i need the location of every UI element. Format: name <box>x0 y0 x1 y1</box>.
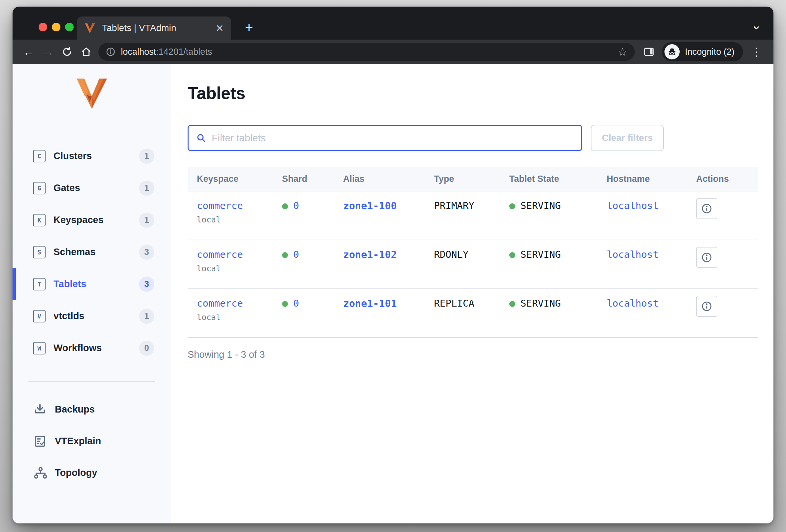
table-header-row: Keyspace Shard Alias Type Tablet State H… <box>188 167 758 191</box>
shard-link[interactable]: 0 <box>293 249 299 260</box>
reload-icon[interactable] <box>57 42 77 62</box>
clusters-icon: C <box>33 150 46 162</box>
count-badge: 3 <box>139 276 154 292</box>
tablet-state: SERVING <box>521 249 561 260</box>
sidebar-nav: C Clusters 1 G Gates 1 K Keyspaces 1 S S… <box>13 140 171 364</box>
sidebar-item-label: VTExplain <box>55 436 154 446</box>
sidebar-item-keyspaces[interactable]: K Keyspaces 1 <box>13 204 171 236</box>
sidebar-item-label: Backups <box>55 404 154 415</box>
tablet-type: RDONLY <box>434 249 469 260</box>
keyspace-link[interactable]: commerce <box>197 200 243 211</box>
search-icon <box>196 133 206 143</box>
forward-icon[interactable]: → <box>38 42 57 62</box>
home-icon[interactable] <box>77 42 96 62</box>
state-status-dot <box>509 203 515 209</box>
column-header-hostname: Hostname <box>597 167 687 191</box>
filter-tablets-input[interactable] <box>212 132 574 144</box>
url-path: :14201/tablets <box>156 47 212 57</box>
sidebar-item-backups[interactable]: Backups <box>13 394 171 426</box>
tablets-icon: T <box>33 278 46 290</box>
shard-status-dot <box>282 252 288 258</box>
new-tab-button[interactable]: + <box>240 20 258 37</box>
sidebar-item-schemas[interactable]: S Schemas 3 <box>13 236 171 268</box>
browser-toolbar: ← → localhost:14201/tablets ☆ <box>13 40 773 64</box>
url-text: localhost:14201/tablets <box>121 47 615 57</box>
minimize-window-button[interactable] <box>52 23 61 31</box>
close-window-button[interactable] <box>39 23 47 31</box>
sidebar-item-label: vtctlds <box>53 311 139 321</box>
download-icon <box>33 403 47 416</box>
tab-strip: Tablets | VTAdmin ✕ + ⌄ <box>13 7 773 40</box>
column-header-actions: Actions <box>687 167 758 191</box>
sidebar-item-clusters[interactable]: C Clusters 1 <box>13 140 171 172</box>
gates-icon: G <box>33 182 46 194</box>
sidebar-item-vtexplain[interactable]: VTExplain <box>13 426 171 457</box>
back-icon[interactable]: ← <box>19 42 38 62</box>
shard-link[interactable]: 0 <box>293 298 299 309</box>
vitess-favicon-icon <box>84 22 95 34</box>
side-panel-icon[interactable] <box>639 42 658 62</box>
tablet-state: SERVING <box>521 200 561 211</box>
count-badge: 0 <box>139 341 154 356</box>
browser-window: Tablets | VTAdmin ✕ + ⌄ ← → <box>13 7 773 524</box>
sidebar-item-vtctlds[interactable]: V vtctlds 1 <box>13 300 171 332</box>
incognito-badge[interactable]: Incognito (2) <box>662 42 743 62</box>
main-content: Tablets Clear filters Keyspace Shard Ali… <box>171 64 773 524</box>
tab-search-chevron-icon[interactable]: ⌄ <box>751 18 762 32</box>
hostname-link[interactable]: localhost <box>607 200 658 211</box>
sidebar-item-tablets[interactable]: T Tablets 3 <box>13 268 171 300</box>
tablet-type: PRIMARY <box>434 200 474 211</box>
sidebar-item-label: Schemas <box>53 246 139 258</box>
tablets-table: Keyspace Shard Alias Type Tablet State H… <box>188 167 758 338</box>
keyspaces-icon: K <box>33 214 46 226</box>
info-icon <box>701 251 713 263</box>
column-header-alias: Alias <box>334 167 425 191</box>
row-actions-button[interactable] <box>696 198 717 219</box>
browser-tab[interactable]: Tablets | VTAdmin ✕ <box>77 17 231 40</box>
cluster-label: local <box>197 313 273 322</box>
url-host: localhost <box>121 47 156 57</box>
alias-link[interactable]: zone1-102 <box>343 249 397 260</box>
count-badge: 3 <box>139 245 154 260</box>
tablet-type: REPLICA <box>434 298 474 309</box>
sidebar: C Clusters 1 G Gates 1 K Keyspaces 1 S S… <box>13 64 171 524</box>
tab-close-icon[interactable]: ✕ <box>216 22 224 34</box>
alias-link[interactable]: zone1-100 <box>343 200 397 212</box>
clear-filters-button[interactable]: Clear filters <box>591 125 664 151</box>
sidebar-item-gates[interactable]: G Gates 1 <box>13 172 171 204</box>
url-bar[interactable]: localhost:14201/tablets ☆ <box>98 43 635 61</box>
table-row: commerce local 0 zone1-101 REPLICA SERVI… <box>188 289 758 338</box>
info-icon <box>701 203 713 215</box>
column-header-type: Type <box>425 167 500 191</box>
count-badge: 1 <box>139 148 154 164</box>
page-info-icon[interactable] <box>106 47 116 57</box>
browser-menu-icon[interactable]: ⋮ <box>746 45 767 58</box>
table-row: commerce local 0 zone1-100 PRIMARY SERVI… <box>188 191 758 240</box>
row-actions-button[interactable] <box>696 296 717 317</box>
result-count-text: Showing 1 - 3 of 3 <box>188 349 758 360</box>
sidebar-item-topology[interactable]: Topology <box>13 457 171 489</box>
column-header-tablet-state: Tablet State <box>500 167 597 191</box>
hostname-link[interactable]: localhost <box>607 298 658 309</box>
sidebar-item-label: Workflows <box>53 343 139 354</box>
keyspace-link[interactable]: commerce <box>197 298 243 309</box>
hostname-link[interactable]: localhost <box>607 249 658 260</box>
maximize-window-button[interactable] <box>65 23 74 31</box>
alias-link[interactable]: zone1-101 <box>343 298 397 309</box>
bookmark-star-icon[interactable]: ☆ <box>615 45 629 58</box>
shard-status-dot <box>282 301 288 307</box>
tablet-state: SERVING <box>521 298 561 309</box>
incognito-icon <box>665 44 680 59</box>
sidebar-item-label: Topology <box>55 467 154 478</box>
incognito-label: Incognito (2) <box>685 47 735 57</box>
vtctlds-icon: V <box>33 310 46 322</box>
state-status-dot <box>509 301 515 307</box>
window-controls <box>39 23 74 31</box>
keyspace-link[interactable]: commerce <box>197 249 243 260</box>
sidebar-item-label: Gates <box>53 183 139 193</box>
row-actions-button[interactable] <box>696 247 717 268</box>
shard-link[interactable]: 0 <box>293 200 299 211</box>
sidebar-item-workflows[interactable]: W Workflows 0 <box>13 332 171 364</box>
count-badge: 1 <box>139 213 154 228</box>
count-badge: 1 <box>139 309 154 324</box>
